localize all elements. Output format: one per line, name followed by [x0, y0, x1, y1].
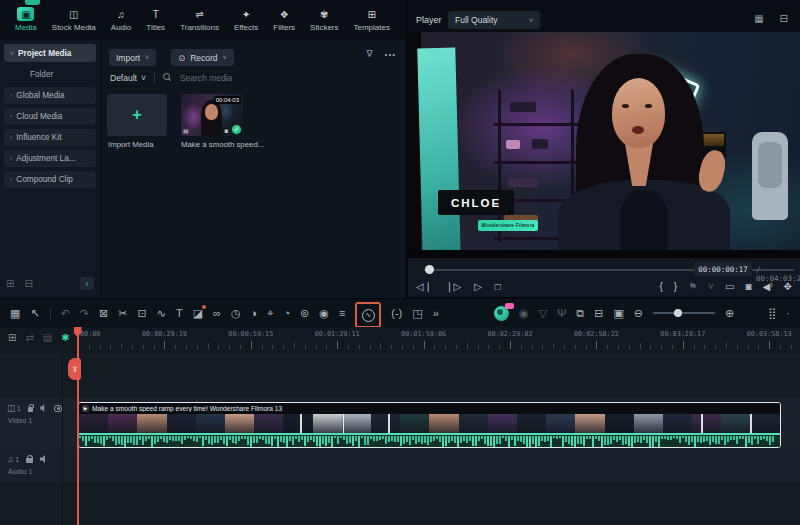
fit-timeline-icon[interactable]: ⊕ — [725, 308, 734, 319]
split-at-playhead-button[interactable]: ✂ — [68, 358, 81, 380]
redo-icon[interactable]: ↷ — [80, 308, 89, 319]
split-screen-icon[interactable]: ▦ — [754, 13, 763, 24]
more-options-icon[interactable]: ••• — [385, 50, 396, 59]
timer-icon[interactable]: ◔ — [283, 308, 290, 319]
mute-icon[interactable] — [40, 455, 48, 463]
layers-icon[interactable]: ⧉ — [576, 308, 584, 319]
hide-icon[interactable] — [54, 405, 62, 412]
timeline-tools: ⊞⇄▤✱ — [8, 332, 70, 343]
timeline-zoom-slider[interactable] — [653, 312, 715, 314]
category-dropdown[interactable]: Default˅ — [110, 73, 146, 83]
shield-icon[interactable]: ▽ — [539, 308, 547, 319]
chapter-icon[interactable]: ▣ — [613, 308, 623, 319]
lock-icon[interactable] — [26, 458, 33, 463]
menu-dot-icon[interactable]: · — [786, 308, 790, 319]
search-icon[interactable] — [163, 73, 172, 82]
playback-quality-dropdown[interactable]: Full Quality ˅ — [448, 11, 540, 29]
layout-grid-icon[interactable]: ▦ — [10, 308, 20, 319]
fullscreen-icon[interactable]: ✥ — [784, 281, 792, 292]
clip-frame — [254, 414, 283, 433]
tab-audio[interactable]: ♫Audio — [108, 5, 134, 34]
speed-icon[interactable]: ◷ — [231, 308, 241, 319]
tab-titles[interactable]: TTitles — [143, 5, 168, 34]
volume-icon[interactable]: ◀⁾ — [762, 281, 772, 292]
import-button[interactable]: Import˅ — [109, 49, 156, 66]
record-button[interactable]: ⊙ Record ˅ — [171, 49, 234, 66]
tab-stickers[interactable]: ✾Stickers — [307, 5, 341, 34]
adjustment-icon[interactable]: ≡ — [339, 308, 345, 319]
zoom-slider-handle[interactable] — [674, 309, 682, 317]
zoom-out-icon[interactable]: ⊖ — [634, 308, 643, 319]
next-frame-icon[interactable]: ❘▷ — [445, 281, 461, 292]
mark-in-icon[interactable]: { — [659, 281, 662, 292]
highlight-box[interactable]: ∿ — [355, 302, 381, 328]
render-preview-bar-icon[interactable]: ▤ — [43, 332, 52, 343]
audio-track-icon[interactable]: ♫ — [7, 454, 13, 464]
play-icon[interactable]: ▷ — [474, 281, 482, 292]
stickers-icon: ✾ — [316, 7, 333, 21]
screen-record-icon[interactable]: ⊟ — [594, 308, 603, 319]
speed-ramp-curve-icon[interactable]: ∿ — [157, 308, 166, 319]
audio-stretch-icon[interactable]: (-) — [391, 308, 402, 319]
search-input[interactable] — [180, 73, 330, 83]
chroma-key-icon[interactable]: ◉ — [319, 308, 329, 319]
voice-icon[interactable]: Ψ — [557, 308, 566, 319]
collapse-sidebar-button[interactable]: ‹ — [80, 277, 94, 290]
playhead-line[interactable] — [77, 327, 79, 525]
text-icon[interactable]: T — [176, 308, 183, 319]
sidebar-item-adjustment-la-[interactable]: ›Adjustment La... — [4, 150, 96, 167]
delete-folder-icon[interactable]: ⊟ — [24, 278, 32, 289]
mark-out-icon[interactable]: } — [674, 281, 677, 292]
undo-icon[interactable]: ↶ — [61, 308, 70, 319]
filter-icon[interactable]: ∇ — [367, 49, 373, 59]
render-preview-icon[interactable]: ◉ — [519, 308, 529, 319]
crop-icon[interactable]: ⊡ — [138, 308, 147, 319]
video-clip-tile[interactable]: 00:04:03 ▤ ◙ ✓ — [181, 94, 243, 136]
snapshot-icon[interactable]: ◙ — [745, 281, 751, 292]
display-icon[interactable]: ▭ — [725, 281, 734, 292]
sidebar-item-influence-kit[interactable]: ›Influence Kit — [4, 129, 96, 146]
tab-filters[interactable]: ❖Filters — [270, 5, 298, 34]
tab-media[interactable]: ▣Media — [12, 5, 40, 34]
zoom-tool-icon[interactable]: ⊚ — [300, 308, 309, 319]
import-media-tile[interactable]: + — [107, 94, 167, 136]
auto-ripple-icon[interactable]: ⇄ — [25, 332, 33, 343]
timeline-ruler[interactable]: ⊞⇄▤✱ 00:0000:00:29:1900:00:59:1500:01:29… — [0, 327, 800, 353]
seek-handle[interactable] — [425, 265, 434, 274]
marker-icon[interactable]: ⚑ — [688, 281, 697, 292]
delete-icon[interactable]: ⊠ — [99, 308, 108, 319]
track-manager-icon[interactable]: ⣿ — [768, 308, 776, 319]
templates-icon: ⊞ — [363, 7, 380, 21]
add-media-icon[interactable]: ⊞ — [8, 332, 16, 343]
previous-frame-icon[interactable]: ◁❘ — [416, 281, 432, 292]
second-monitor-icon[interactable]: ⊟ — [780, 13, 788, 24]
motion-tracking-icon[interactable]: ⌖ — [267, 308, 273, 319]
color-icon[interactable]: ◑ — [251, 308, 258, 319]
timeline-clip[interactable]: ▶ Make a smooth speed ramp every time! W… — [78, 402, 781, 448]
ruler-tick — [650, 345, 651, 349]
sidebar-item-project-media[interactable]: ˅Project Media — [4, 44, 96, 62]
link-icon[interactable]: ∞ — [213, 308, 221, 319]
sidebar-item-global-media[interactable]: ›Global Media — [4, 87, 96, 104]
ai-portrait-icon[interactable] — [494, 306, 509, 321]
tab-templates[interactable]: ⊞Templates — [351, 5, 393, 34]
sidebar-item-folder[interactable]: Folder — [4, 66, 96, 83]
sidebar-item-cloud-media[interactable]: ›Cloud Media — [4, 108, 96, 125]
video-track-icon[interactable]: ◫ — [7, 403, 15, 413]
snap-icon[interactable]: ✱ — [61, 332, 69, 343]
stop-icon[interactable]: □ — [495, 281, 501, 292]
tab-effects[interactable]: ✦Effects — [231, 5, 261, 34]
mute-icon[interactable] — [40, 404, 46, 412]
tab-stock-media[interactable]: ◫Stock Media — [49, 5, 99, 34]
marker-caret-icon[interactable]: ˅ — [708, 281, 714, 292]
new-folder-icon[interactable]: ⊞ — [6, 278, 14, 289]
tab-transitions[interactable]: ⇌Transitions — [177, 5, 222, 34]
export-frame-icon[interactable]: ◳ — [412, 308, 422, 319]
mask-icon[interactable]: ◪ — [193, 308, 203, 319]
more-tools-icon[interactable]: » — [433, 308, 439, 319]
audio-track-lane[interactable] — [0, 450, 800, 483]
sidebar-item-compound-clip[interactable]: ›Compound Clip — [4, 171, 96, 188]
select-tool-icon[interactable]: ↖ — [30, 308, 39, 319]
lock-icon[interactable] — [28, 407, 34, 412]
split-icon[interactable]: ✂ — [118, 308, 127, 319]
